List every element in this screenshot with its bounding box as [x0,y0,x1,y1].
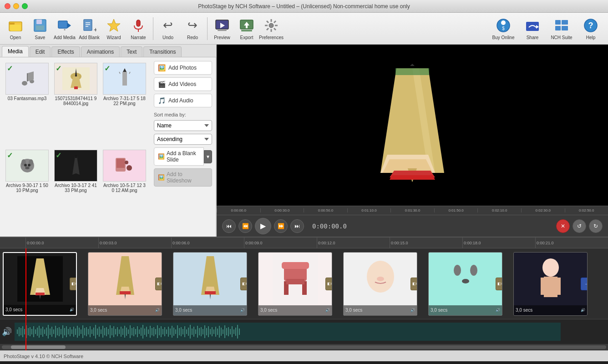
close-button[interactable] [5,3,10,9]
svg-rect-213 [175,329,176,334]
tab-text[interactable]: Text [121,46,142,57]
timeline-clip-4[interactable]: 3,0 secs 🔊 ◧ 0,5 [258,252,332,316]
add-videos-button[interactable]: 🎬 Add Videos [154,77,212,91]
transition-2[interactable]: ◧ 0,5 [155,278,162,290]
tab-transitions[interactable]: Transitions [143,46,182,57]
buy-online-button[interactable]: $ Buy Online [490,15,517,42]
nch-suite-button[interactable]: NCH Suite [548,15,575,42]
clip-thumb-3 [173,253,247,305]
rotate-left-button[interactable]: ↺ [573,219,586,233]
save-button[interactable]: Save [28,15,52,42]
add-media-label: Add Media [54,35,76,40]
narrate-button[interactable]: Narrate [127,15,150,42]
window-controls[interactable] [5,3,28,9]
sort-order-select[interactable]: Ascending Descending [154,134,212,145]
timeline-clip-1[interactable]: 3,0 secs 🔊 ◧ 0,5 [3,252,77,316]
media-item-1[interactable]: ✓ 150715318474411 98440014.jpg [52,61,99,146]
tab-edit[interactable]: Edit [30,46,51,57]
svg-rect-165 [88,329,89,334]
undo-button[interactable]: ↩ Undo [156,15,180,42]
export-button[interactable]: Export [235,15,258,42]
timeline-clip-3[interactable]: 3,0 secs 🔊 ◧ 0,5 [173,252,247,316]
help-icon: ? [583,17,599,34]
timeline-tick-3: 0:00:09.0 [244,238,317,248]
maximize-button[interactable] [22,3,28,9]
share-button[interactable]: Share [519,15,546,42]
preview-button[interactable]: Preview [210,15,234,42]
svg-point-63 [24,164,27,167]
timeline-clip-7[interactable]: 3,0 secs 🔊 → [513,252,588,316]
svg-rect-1 [9,23,15,25]
media-item-audio[interactable]: ✓ 03 Fantasmas.mp3 [4,61,51,146]
playhead[interactable] [25,248,26,350]
transition-6[interactable]: ◧ 0,5 [496,278,502,290]
add-blank-label: Add Blank [79,35,100,40]
svg-rect-243 [230,329,231,334]
delete-button[interactable]: ✕ [556,219,570,233]
media-item-2[interactable]: ✓ Archivo 7-31-17 5 18 22 PM.png [101,61,148,146]
media-item-5[interactable]: ✓ Archivo 10-3-17 2 41 33 PM.png [52,148,99,233]
video-track: 3,0 secs 🔊 ◧ 0,5 3,0 secs [0,248,608,319]
timeline-clip-5[interactable]: 3,0 secs 🔊 ◧ 0,5 [343,252,417,316]
play-button[interactable]: ▶ [255,218,271,234]
preferences-button[interactable]: Preferences [259,15,283,42]
rotate-right-button[interactable]: ↻ [589,219,603,233]
redo-button[interactable]: ↪ Redo [181,15,204,42]
timeline-clip-6[interactable]: 3,0 secs 🔊 ◧ 0,5 [428,252,502,316]
transition-1[interactable]: ◧ 0,5 [70,278,77,290]
transition-3[interactable]: ◧ 0,5 [240,278,247,290]
clip-arrow-7[interactable]: → [581,278,588,290]
svg-rect-175 [106,327,107,336]
preferences-label: Preferences [259,35,284,40]
svg-rect-150 [61,329,61,334]
svg-rect-183 [121,327,122,337]
clip-thumb-7 [514,253,587,305]
minimize-button[interactable] [13,3,19,9]
add-blank-icon: 🖼️ [158,153,165,160]
add-to-slideshow-label: Add to Slideshow [167,171,208,184]
media-thumb-2: ✓ [103,63,146,95]
clip-thumb-2 [88,253,162,305]
scrollbar-track[interactable] [2,345,606,349]
help-button[interactable]: ? Help [577,15,604,42]
transition-5[interactable]: ◧ 0,5 [410,278,417,290]
media-name-5: Archivo 10-3-17 2 41 33 PM.png [54,183,97,193]
add-blank-button[interactable]: + Add Blank [77,15,101,42]
svg-rect-227 [201,327,202,336]
svg-rect-236 [217,329,218,335]
svg-rect-244 [232,326,233,337]
svg-rect-122 [544,277,557,297]
wizard-button[interactable]: Wizard [102,15,126,42]
svg-rect-193 [139,329,140,334]
svg-rect-242 [228,327,229,336]
check-icon-1: ✓ [56,64,61,73]
narrate-label: Narrate [131,35,146,40]
wizard-label: Wizard [106,35,121,40]
clip-audio-icon-4: 🔊 [325,308,330,312]
clip-duration-1: 3,0 secs [5,307,22,312]
transition-4[interactable]: ◧ 0,5 [325,278,332,290]
skip-to-end-button[interactable]: ⏭ [290,219,304,233]
step-forward-button[interactable]: ⏩ [274,219,288,233]
tab-effects[interactable]: Effects [51,46,80,57]
svg-point-65 [25,167,30,169]
svg-rect-174 [104,328,105,335]
sort-by-select[interactable]: Name Date Size Type [154,120,212,131]
svg-rect-230 [206,328,207,335]
timeline-clip-2[interactable]: 3,0 secs 🔊 ◧ 0,5 [88,252,162,316]
step-back-button[interactable]: ⏪ [238,219,252,233]
open-button[interactable]: Open [4,15,27,42]
add-photos-button[interactable]: 🖼️ Add Photos [154,61,212,75]
add-media-button[interactable]: + Add Media [53,15,76,42]
add-blank-arrow-button[interactable]: ▼ [204,150,212,163]
svg-rect-161 [81,329,81,334]
add-audio-button[interactable]: 🎵 Add Audio [154,94,212,107]
media-item-4[interactable]: ✓ Archivo 9-30-17 1 50 10 PM.png [4,148,51,233]
scrollbar-thumb[interactable] [11,345,66,349]
tab-media[interactable]: Media [2,46,29,57]
media-item-6[interactable]: Archivo 10-5-17 12 30 12 AM.png [101,148,148,233]
media-thumb-5: ✓ [54,150,97,182]
skip-to-start-button[interactable]: ⏮ [222,219,236,233]
add-blank-slide-button[interactable]: 🖼️ Add a Blank Slide [154,147,204,166]
tab-animations[interactable]: Animations [81,46,120,57]
